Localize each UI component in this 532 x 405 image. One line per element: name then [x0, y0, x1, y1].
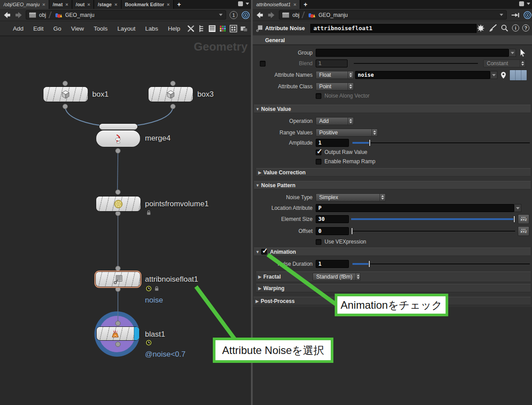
node-label-blast1[interactable]: blast1 [145, 330, 165, 339]
hierarchy-icon[interactable] [197, 24, 206, 33]
tab-general[interactable]: General [253, 35, 532, 45]
spinner-icon[interactable] [372, 129, 377, 136]
offset-xyz-button[interactable]: ••• XYZ [518, 226, 529, 236]
close-icon[interactable]: × [167, 2, 169, 7]
pulse-duration-slider[interactable] [352, 260, 530, 268]
grid-panel-icon[interactable] [229, 24, 238, 33]
menu-add[interactable]: Add [8, 25, 28, 32]
enable-remap-checkbox[interactable] [316, 159, 321, 165]
menu-tools[interactable]: Tools [89, 25, 113, 32]
attribute-name-input[interactable]: noise [355, 71, 490, 79]
element-size-input[interactable]: 30 [316, 215, 349, 223]
section-noise-value[interactable]: ▼ Noise Value [254, 105, 531, 113]
node-box3[interactable] [149, 87, 193, 102]
spinner-icon[interactable] [520, 60, 525, 67]
path-dropdown-icon[interactable] [500, 14, 503, 16]
element-size-xyz-button[interactable]: ••• XYZ [518, 214, 529, 224]
animation-enable-checkbox[interactable]: ✓ [261, 249, 267, 255]
path-root[interactable]: obj [39, 12, 46, 18]
spinner-icon[interactable] [348, 83, 353, 90]
tab-mat[interactable]: /mat × [49, 0, 72, 9]
forward-arrow-icon[interactable] [267, 12, 276, 19]
blend-enable-checkbox[interactable] [260, 61, 266, 67]
back-arrow-icon[interactable] [255, 12, 264, 19]
new-tab-button[interactable]: + [174, 0, 184, 9]
node-label-box3[interactable]: box3 [197, 90, 214, 99]
menu-view[interactable]: View [66, 25, 89, 32]
target-icon[interactable] [523, 11, 532, 20]
spinner-icon[interactable] [348, 71, 353, 79]
location-pin-icon[interactable] [501, 71, 506, 79]
wire-box1-merge4[interactable] [65, 106, 108, 126]
brush-icon[interactable] [488, 24, 497, 32]
menu-help[interactable]: Help [163, 25, 185, 32]
attribute-name-dropdown[interactable] [490, 71, 497, 79]
close-icon[interactable]: × [42, 2, 45, 7]
blend-slider[interactable] [354, 59, 478, 67]
pane-square-icon[interactable] [238, 1, 243, 6]
path-root[interactable]: obj [292, 12, 299, 18]
location-attribute-dropdown[interactable] [514, 204, 521, 212]
gear-icon[interactable] [476, 24, 485, 32]
range-values-dropdown[interactable]: Positive [316, 129, 378, 137]
wire-merge4-points[interactable] [117, 151, 118, 192]
group-input[interactable] [316, 49, 509, 57]
node-merge4-funnel[interactable] [99, 124, 137, 130]
section-value-correction[interactable]: ▶ Value Correction [256, 168, 531, 177]
blend-input[interactable]: 1 [316, 59, 348, 67]
close-icon[interactable]: × [114, 2, 117, 7]
section-warping[interactable]: ▶ Warping [256, 284, 531, 292]
breadcrumb[interactable]: obj GEO_manju [26, 10, 226, 20]
attribute-class-dropdown[interactable]: Point [316, 83, 354, 90]
node-attribnoisefloat1[interactable] [96, 272, 140, 287]
location-attribute-input[interactable]: P [316, 204, 514, 212]
operation-dropdown[interactable]: Add [316, 117, 354, 125]
wire-box3-merge4[interactable] [129, 106, 173, 126]
close-icon[interactable]: × [65, 2, 68, 7]
spinner-icon[interactable] [356, 273, 360, 280]
display-flag[interactable] [134, 327, 139, 340]
group-dropdown[interactable] [509, 49, 516, 57]
triangle-right-icon[interactable]: ▶ [256, 170, 263, 175]
path-node[interactable]: GEO_manju [318, 12, 348, 18]
amplitude-input[interactable]: 1 [316, 139, 349, 147]
windows-icon[interactable] [240, 24, 248, 33]
fractal-type-dropdown[interactable]: Standard (fBm) [313, 273, 360, 281]
path-node[interactable]: GEO_manju [65, 12, 94, 18]
offset-slider[interactable] [351, 227, 515, 235]
new-tab-button[interactable]: + [300, 0, 311, 9]
node-label-merge4[interactable]: merge4 [145, 134, 171, 143]
pulse-duration-input[interactable]: 1 [316, 260, 349, 268]
tools-wrench-icon[interactable] [187, 24, 195, 33]
search-icon[interactable] [500, 24, 509, 32]
tab-out[interactable]: /out × [72, 0, 94, 9]
element-size-slider[interactable] [351, 215, 515, 223]
pane-square-icon[interactable] [519, 1, 524, 6]
group-select-arrow-icon[interactable] [519, 49, 527, 57]
menu-labs[interactable]: Labs [140, 25, 163, 32]
triangle-right-icon[interactable]: ▶ [256, 275, 263, 279]
multi-column-button[interactable] [509, 70, 527, 81]
back-arrow-icon[interactable] [3, 12, 12, 19]
section-fractal[interactable]: ▶ Fractal Standard (fBm) [256, 271, 531, 282]
node-name-field[interactable]: attribnoisefloat1 [310, 24, 477, 33]
node-pointsfromvolume1[interactable] [96, 197, 141, 211]
target-icon[interactable] [241, 11, 250, 20]
node-label-pointsfromvolume1[interactable]: pointsfromvolume1 [145, 200, 209, 208]
pin-path-icon[interactable] [511, 12, 520, 18]
node-blast1[interactable] [97, 327, 139, 340]
triangle-right-icon[interactable]: ▶ [256, 286, 263, 291]
path-dropdown-icon[interactable] [219, 14, 223, 16]
offset-input[interactable]: 0 [316, 227, 349, 235]
spinner-icon[interactable] [348, 118, 353, 125]
tab-stage[interactable]: /stage × [94, 0, 121, 9]
node-merge4[interactable] [96, 130, 140, 147]
palette-icon[interactable] [219, 24, 227, 33]
section-noise-pattern[interactable]: ▼ Noise Pattern [254, 181, 531, 189]
noise-type-dropdown[interactable]: Simplex [316, 193, 386, 201]
amplitude-slider[interactable] [352, 139, 530, 147]
output-raw-checkbox[interactable]: ✓ [316, 149, 321, 155]
triangle-down-icon[interactable]: ▼ [254, 183, 261, 188]
close-icon[interactable]: × [87, 2, 90, 7]
menu-edit[interactable]: Edit [28, 25, 48, 32]
